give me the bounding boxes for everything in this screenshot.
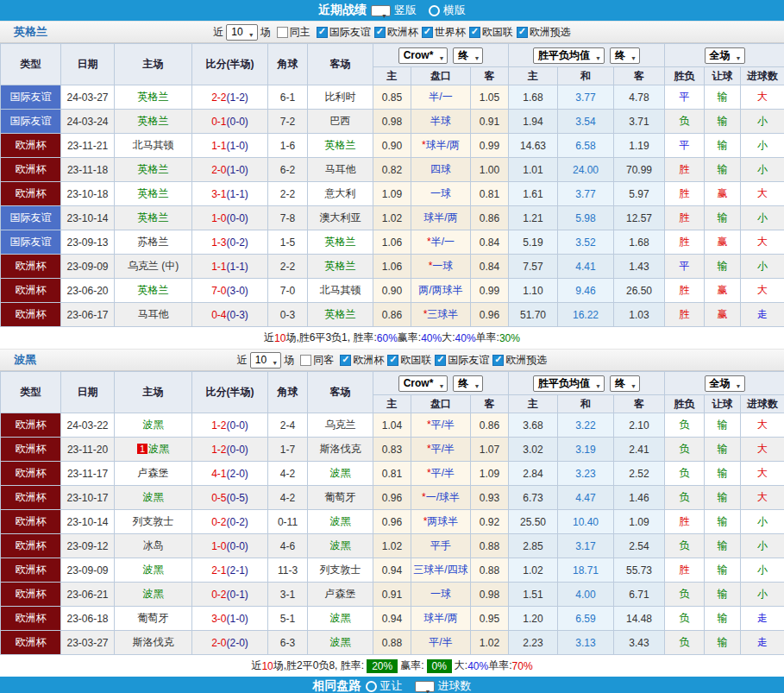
odds-time-select[interactable]: 终 bbox=[453, 375, 483, 392]
asian-handicap: *一球 bbox=[411, 255, 471, 279]
competition-filter[interactable]: 欧国联 bbox=[387, 353, 431, 368]
scope-select[interactable]: 全场 bbox=[705, 375, 745, 392]
fulltime-score: 2-1 bbox=[211, 564, 226, 576]
summary-segment: 40% bbox=[455, 332, 476, 344]
matches-count-select[interactable]: 10 bbox=[250, 352, 281, 369]
odds-time-select[interactable]: 终 bbox=[453, 47, 483, 64]
score: 1-0(0-0) bbox=[192, 534, 268, 558]
layout-radio-option[interactable]: 竖版 bbox=[371, 3, 417, 18]
avg-odds-group: 胜平负均值 终 bbox=[509, 44, 665, 67]
fulltime-score: 2-0 bbox=[211, 637, 226, 649]
checkbox-unchecked-icon[interactable] bbox=[300, 355, 311, 366]
same-side-filter[interactable]: 同主 bbox=[277, 25, 310, 40]
corners: 4-6 bbox=[268, 534, 308, 558]
away-odds: 0.98 bbox=[471, 583, 509, 607]
layout-radio-option[interactable]: 亚让 bbox=[366, 678, 403, 693]
handicap-line: 平/半 bbox=[431, 467, 455, 479]
competition-filter[interactable]: 欧洲杯 bbox=[340, 353, 384, 368]
odds-source-group: Crow* 终 bbox=[373, 372, 509, 395]
fulltime-score: 0-2 bbox=[211, 516, 226, 528]
corners: 4-2 bbox=[268, 462, 308, 486]
competition-filter[interactable]: 欧洲杯 bbox=[374, 25, 418, 40]
col-date: 日期 bbox=[61, 372, 115, 413]
competition-type: 国际友谊 bbox=[1, 230, 61, 255]
avg-time-select[interactable]: 终 bbox=[610, 47, 640, 64]
fulltime-score: 0-1 bbox=[211, 116, 226, 128]
home-team-name: 冰岛 bbox=[143, 539, 164, 551]
match-row: 国际友谊 24-03-27 英格兰 2-2(1-2) 6-1 比利时 0.85 … bbox=[1, 85, 784, 110]
checkbox-checked-icon[interactable] bbox=[435, 355, 446, 366]
checkbox-checked-icon[interactable] bbox=[492, 355, 504, 366]
asian-handicap: *两球半 bbox=[411, 510, 471, 534]
radio-icon[interactable] bbox=[371, 5, 391, 16]
competition-filter[interactable]: 国际友谊 bbox=[435, 353, 489, 368]
col-handicap: 盘口 bbox=[411, 395, 471, 413]
away-team-name: 意大利 bbox=[325, 187, 356, 199]
asian-handicap: 半球 bbox=[411, 110, 471, 134]
summary-segment: 40% bbox=[421, 332, 442, 344]
col-date: 日期 bbox=[61, 44, 115, 85]
away-odds: 1.07 bbox=[471, 438, 509, 462]
avg-away-odds: 2.41 bbox=[614, 438, 665, 462]
radio-icon[interactable] bbox=[366, 681, 377, 692]
odds-source-select[interactable]: Crow* bbox=[398, 375, 448, 392]
competition-label: 欧国联 bbox=[400, 353, 431, 368]
result-goals: 大 bbox=[741, 486, 784, 510]
away-team-name: 澳大利亚 bbox=[320, 211, 361, 224]
bosnia-summary: 近 10 场,胜2平0负8, 胜率: 20% 赢率: 0% 大: 40% 单率:… bbox=[0, 655, 784, 677]
fulltime-score: 1-3 bbox=[211, 236, 226, 249]
checkbox-checked-icon[interactable] bbox=[387, 355, 398, 366]
corners: 6-3 bbox=[268, 631, 308, 655]
checkbox-checked-icon[interactable] bbox=[469, 27, 480, 38]
home-team-name: 波黑 bbox=[143, 491, 164, 503]
avg-away-odds: 3.43 bbox=[614, 631, 665, 655]
layout-radio-option[interactable]: 横版 bbox=[429, 3, 466, 18]
checkbox-checked-icon[interactable] bbox=[340, 355, 351, 366]
away-team-name: 英格兰 bbox=[325, 236, 356, 248]
competition-filter[interactable]: 世界杯 bbox=[422, 25, 466, 40]
layout-radio-option[interactable]: 进球数 bbox=[415, 678, 472, 693]
competition-type: 欧洲杯 bbox=[1, 462, 61, 486]
away-team: 波黑 bbox=[308, 462, 373, 486]
odds-source-select[interactable]: Crow* bbox=[398, 47, 448, 64]
match-row: 国际友谊 24-03-24 英格兰 0-1(0-0) 7-2 巴西 0.98 半… bbox=[1, 110, 784, 134]
checkbox-unchecked-icon[interactable] bbox=[277, 27, 288, 38]
avg-draw-odds: 4.47 bbox=[558, 486, 614, 510]
checkbox-checked-icon[interactable] bbox=[517, 27, 528, 38]
col-away: 客场 bbox=[308, 44, 373, 85]
away-team-name: 波黑 bbox=[330, 515, 351, 527]
avg-odds-select[interactable]: 胜平负均值 bbox=[533, 375, 605, 392]
matches-count-select[interactable]: 10 bbox=[226, 24, 257, 41]
away-team: 列支敦士 bbox=[308, 558, 373, 583]
avg-draw-odds: 24.00 bbox=[558, 158, 614, 182]
match-date: 23-11-20 bbox=[61, 438, 115, 462]
same-side-filter[interactable]: 同客 bbox=[300, 353, 334, 368]
checkbox-checked-icon[interactable] bbox=[374, 27, 386, 38]
home-odds: 0.90 bbox=[373, 134, 411, 158]
competition-filter[interactable]: 国际友谊 bbox=[317, 25, 371, 40]
competition-filter[interactable]: 欧洲预选 bbox=[517, 25, 571, 40]
competition-filter[interactable]: 欧洲预选 bbox=[492, 353, 547, 368]
competition-filter[interactable]: 欧国联 bbox=[469, 25, 513, 40]
handicap-line: 半/一 bbox=[431, 236, 455, 248]
match-row: 欧洲杯 23-11-18 英格兰 2-0(1-0) 6-2 马耳他 0.82 四… bbox=[1, 158, 784, 182]
checkbox-checked-icon[interactable] bbox=[422, 27, 433, 38]
checkbox-checked-icon[interactable] bbox=[317, 27, 328, 38]
odds-source-group: Crow* 终 bbox=[373, 44, 509, 67]
scope-select[interactable]: 全场 bbox=[705, 47, 745, 64]
summary-segment: 单率: bbox=[488, 658, 511, 673]
result-wdl: 平 bbox=[665, 255, 705, 279]
avg-draw-odds: 3.54 bbox=[558, 110, 614, 134]
radio-icon[interactable] bbox=[415, 681, 435, 692]
avg-time-select[interactable]: 终 bbox=[610, 375, 640, 392]
corners: 1-6 bbox=[268, 134, 308, 158]
avg-odds-select[interactable]: 胜平负均值 bbox=[533, 47, 605, 64]
result-wdl: 平 bbox=[665, 85, 705, 110]
away-team: 葡萄牙 bbox=[308, 486, 373, 510]
result-wdl: 平 bbox=[665, 134, 705, 158]
away-team-name: 波黑 bbox=[330, 612, 351, 624]
radio-icon[interactable] bbox=[429, 5, 440, 16]
match-date: 23-06-20 bbox=[61, 279, 115, 303]
home-odds: 1.09 bbox=[373, 182, 411, 206]
radio-label: 竖版 bbox=[394, 3, 417, 18]
